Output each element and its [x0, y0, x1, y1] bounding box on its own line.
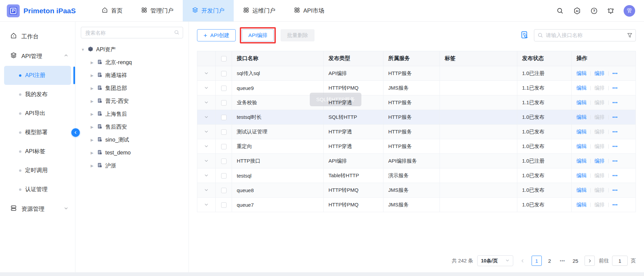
orchestrate-link[interactable]: 编排: [594, 158, 605, 164]
tree-node[interactable]: ▶ test_demo: [81, 146, 183, 159]
orchestrate-link[interactable]: 编排: [594, 99, 605, 106]
page-size-select[interactable]: 10条/页: [477, 255, 513, 266]
nav-item-ops-portal[interactable]: 运维门户: [234, 0, 285, 21]
orchestrate-link[interactable]: 编排: [594, 202, 605, 208]
edit-link[interactable]: 编辑: [576, 143, 587, 150]
orchestrate-link[interactable]: 编排: [594, 114, 605, 121]
search-icon[interactable]: [556, 7, 564, 15]
batch-delete-button[interactable]: 批量删除: [281, 29, 315, 41]
api-create-button[interactable]: + API创建: [197, 29, 236, 41]
sidebar-item-api-management[interactable]: API管理: [0, 46, 75, 66]
chevron-down-icon[interactable]: [204, 202, 209, 208]
orchestrate-link[interactable]: 编排: [594, 172, 605, 179]
tree-node[interactable]: ▶ 集团总部: [81, 82, 183, 95]
row-checkbox[interactable]: [221, 144, 227, 149]
edit-link[interactable]: 编辑: [576, 187, 587, 194]
orchestrate-link[interactable]: 编排: [594, 129, 605, 135]
more-actions-link[interactable]: •••: [612, 129, 618, 134]
chevron-down-icon[interactable]: [204, 100, 209, 106]
chevron-down-icon[interactable]: [204, 173, 209, 179]
edit-link[interactable]: 编辑: [576, 172, 587, 179]
sidebar-submenu-item[interactable]: 我的发布: [4, 85, 71, 104]
sidebar-item-workbench[interactable]: 工作台: [0, 26, 75, 46]
tree-node[interactable]: ▶ 售后西安: [81, 121, 183, 133]
prev-page-button[interactable]: [517, 256, 527, 266]
expand-triangle-icon[interactable]: ▼: [81, 48, 85, 52]
api-search-input[interactable]: [534, 29, 636, 41]
tree-node[interactable]: ▶ 南通瑞祥: [81, 69, 183, 82]
edit-link[interactable]: 编辑: [576, 99, 587, 106]
sidebar-submenu-item[interactable]: 模型部署: [4, 123, 71, 142]
edit-link[interactable]: 编辑: [576, 85, 587, 91]
nav-item-home[interactable]: 首页: [92, 0, 132, 21]
collapse-triangle-icon[interactable]: ▶: [90, 112, 94, 116]
collapse-triangle-icon[interactable]: ▶: [90, 164, 94, 168]
collapse-triangle-icon[interactable]: ▶: [90, 125, 94, 129]
nav-item-dev-portal[interactable]: 开发门户: [183, 0, 234, 21]
page-number-button[interactable]: •••: [557, 256, 568, 266]
more-actions-link[interactable]: •••: [612, 188, 618, 192]
tree-node[interactable]: ▶ 上海售后: [81, 108, 183, 121]
chevron-down-icon[interactable]: [204, 114, 209, 120]
tree-node[interactable]: ▶ sino_测试: [81, 133, 183, 146]
collapse-triangle-icon[interactable]: ▶: [90, 73, 94, 78]
row-checkbox[interactable]: [221, 71, 227, 76]
page-number-button[interactable]: 2: [544, 256, 555, 266]
sidebar-submenu-item[interactable]: 定时调用: [4, 161, 71, 180]
more-actions-link[interactable]: •••: [612, 173, 618, 178]
edit-link[interactable]: 编辑: [576, 129, 587, 135]
chevron-down-icon[interactable]: [204, 85, 209, 91]
more-actions-link[interactable]: •••: [612, 144, 618, 149]
more-actions-link[interactable]: •••: [612, 115, 618, 119]
row-checkbox[interactable]: [221, 159, 227, 164]
chevron-down-icon[interactable]: [204, 71, 209, 76]
orchestrate-link[interactable]: 编排: [594, 70, 605, 77]
notification-bell-icon[interactable]: [607, 7, 614, 15]
row-checkbox[interactable]: [221, 86, 227, 91]
help-icon[interactable]: ?: [590, 7, 598, 15]
user-avatar[interactable]: 管: [624, 5, 635, 17]
sidebar-item-resource-management[interactable]: 资源管理: [0, 199, 75, 219]
nav-item-admin-portal[interactable]: 管理门户: [132, 0, 183, 21]
select-all-checkbox[interactable]: [221, 56, 227, 61]
page-number-button[interactable]: 1: [532, 256, 542, 266]
api-doc-list-icon[interactable]: [520, 31, 529, 40]
collapse-triangle-icon[interactable]: ▶: [90, 151, 94, 155]
chevron-down-icon[interactable]: [204, 158, 209, 164]
collapse-triangle-icon[interactable]: ▶: [90, 86, 94, 91]
nav-item-api-market[interactable]: API市场: [285, 0, 333, 21]
row-checkbox[interactable]: [221, 115, 227, 120]
more-actions-link[interactable]: •••: [612, 100, 618, 105]
orchestrate-link[interactable]: 编排: [594, 85, 605, 91]
row-checkbox[interactable]: [221, 173, 227, 179]
next-page-button[interactable]: [585, 256, 595, 266]
sidebar-submenu-item[interactable]: 认证管理: [4, 180, 71, 199]
row-checkbox[interactable]: [221, 202, 227, 208]
sidebar-submenu-item[interactable]: API导出: [4, 104, 71, 123]
filter-funnel-icon[interactable]: [627, 32, 633, 40]
edit-link[interactable]: 编辑: [576, 114, 587, 121]
edit-link[interactable]: 编辑: [576, 158, 587, 164]
chevron-down-icon[interactable]: [204, 144, 209, 149]
tree-search-input[interactable]: [81, 27, 183, 38]
tree-node[interactable]: ▶ 沪浙: [81, 159, 183, 172]
tree-node[interactable]: ▶ 普元-西安: [81, 95, 183, 108]
sidebar-submenu-item[interactable]: API标签: [4, 142, 71, 161]
sidebar-submenu-item[interactable]: API注册: [4, 66, 71, 85]
edit-link[interactable]: 编辑: [576, 70, 587, 77]
sidebar-collapse-button[interactable]: [71, 128, 80, 137]
row-checkbox[interactable]: [221, 129, 227, 135]
chevron-down-icon[interactable]: [204, 129, 209, 135]
orchestrate-link[interactable]: 编排: [594, 187, 605, 194]
tree-root-api-assets[interactable]: ▼ API资产: [81, 43, 183, 56]
more-actions-link[interactable]: •••: [612, 86, 618, 90]
ai-assistant-icon[interactable]: AI: [573, 7, 581, 15]
more-actions-link[interactable]: •••: [612, 159, 618, 163]
collapse-triangle-icon[interactable]: ▶: [90, 99, 94, 104]
chevron-down-icon[interactable]: [204, 187, 209, 193]
page-number-button[interactable]: 25: [570, 256, 580, 266]
more-actions-link[interactable]: •••: [612, 202, 618, 207]
row-checkbox[interactable]: [221, 188, 227, 193]
row-checkbox[interactable]: [221, 100, 227, 106]
tree-node[interactable]: ▶ 北京-rengq: [81, 56, 183, 69]
